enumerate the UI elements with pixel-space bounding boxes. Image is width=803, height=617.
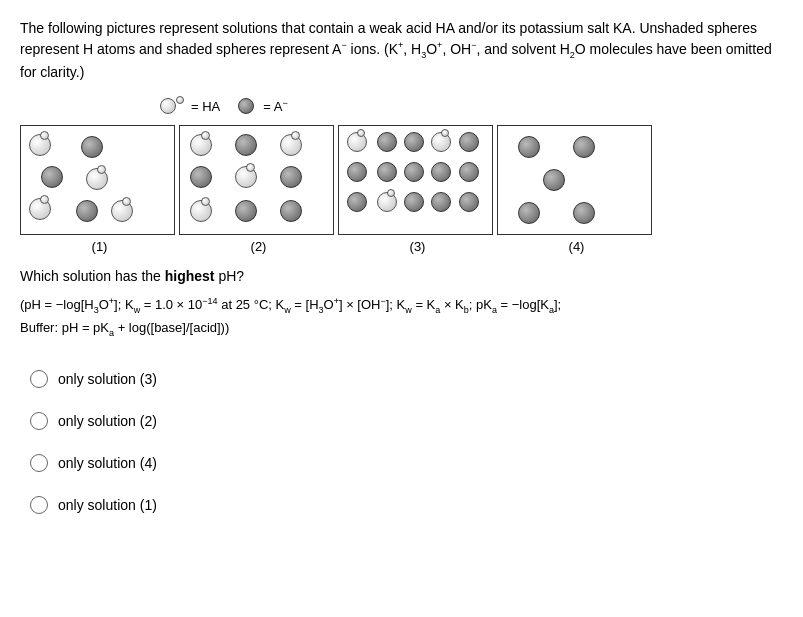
option-1[interactable]: only solution (1) [20,484,783,526]
diagram-2-wrap: (2) [179,125,338,254]
legend-ha: = HA [160,97,220,115]
options: only solution (3) only solution (2) only… [20,358,783,526]
diagram-2 [179,125,334,235]
diagram-3-wrap: (3) [338,125,497,254]
anion-label: = A− [263,98,287,114]
radio-3[interactable] [30,370,48,388]
diagram-3-label: (3) [338,239,497,254]
option-3-label: only solution (3) [58,371,157,387]
diagram-2-label: (2) [179,239,338,254]
legend: = HA = A− [160,97,783,115]
radio-1[interactable] [30,496,48,514]
question-text: Which solution has the highest pH? [20,268,783,284]
radio-2[interactable] [30,412,48,430]
diagram-4-label: (4) [497,239,656,254]
ha-label: = HA [191,99,220,114]
option-4-label: only solution (4) [58,455,157,471]
option-4[interactable]: only solution (4) [20,442,783,484]
intro-text: The following pictures represent solutio… [20,18,783,83]
option-2[interactable]: only solution (2) [20,400,783,442]
option-2-label: only solution (2) [58,413,157,429]
diagram-1-wrap: (1) [20,125,179,254]
formula-box: (pH = −log[H3O+]; Kw = 1.0 × 10−14 at 25… [20,294,783,339]
option-3[interactable]: only solution (3) [20,358,783,400]
option-1-label: only solution (1) [58,497,157,513]
diagram-3 [338,125,493,235]
radio-4[interactable] [30,454,48,472]
diagram-1 [20,125,175,235]
question-bold: highest [165,268,215,284]
diagram-1-label: (1) [20,239,179,254]
diagram-4-wrap: (4) [497,125,656,254]
diagrams-row: (1) (2) [20,125,783,254]
legend-anion: = A− [238,98,287,114]
diagram-4 [497,125,652,235]
